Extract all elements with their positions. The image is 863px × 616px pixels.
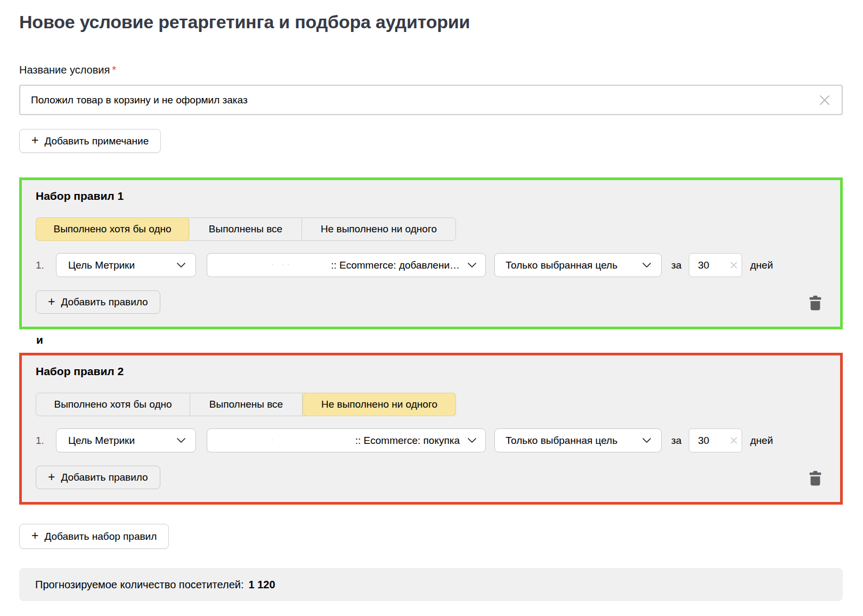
forecast-bar: Прогнозируемое количество посетителей: 1…: [19, 568, 843, 601]
clear-name-button[interactable]: [816, 92, 833, 109]
match-type-value: Только выбранная цель: [506, 260, 617, 271]
forecast-value: 1 120: [249, 579, 275, 591]
add-rule-label: Добавить правило: [61, 296, 148, 308]
trash-icon: [809, 471, 822, 486]
goal-value-select[interactable]: · :: Ecommerce: покупка: [207, 428, 486, 452]
period-suffix-label: дней: [750, 435, 773, 447]
tab-at-least-one[interactable]: Выполнено хотя бы одно: [36, 393, 190, 416]
match-type-select[interactable]: Только выбранная цель: [494, 428, 662, 452]
rule-index: 1.: [36, 260, 52, 271]
forecast-label: Прогнозируемое количество посетителей:: [35, 579, 244, 591]
delete-ruleset-button[interactable]: [806, 293, 824, 312]
ruleset-2-title: Набор правил 2: [36, 365, 124, 378]
delete-ruleset-button[interactable]: [806, 468, 824, 488]
name-input-container: [19, 85, 843, 115]
retargeting-condition-page: Новое условие ретаргетинга и подбора ауд…: [0, 0, 863, 616]
add-ruleset-label: Добавить набор правил: [44, 531, 157, 542]
required-asterisk: *: [112, 64, 116, 76]
plus-icon: +: [48, 470, 55, 484]
period-days-input[interactable]: [689, 260, 717, 271]
clear-days-button[interactable]: [726, 257, 742, 273]
period-prefix-label: за: [671, 435, 681, 447]
trash-icon: [809, 295, 822, 311]
add-rule-button[interactable]: + Добавить правило: [36, 466, 160, 489]
goal-type-value: Цель Метрики: [68, 260, 135, 271]
add-rule-label: Добавить правило: [61, 472, 148, 483]
period-prefix-label: за: [671, 260, 681, 271]
name-label-text: Название условия: [19, 64, 110, 76]
chevron-down-icon: [176, 262, 186, 268]
tab-none[interactable]: Не выполнено ни одного: [303, 393, 456, 416]
goal-type-select[interactable]: Цель Метрики: [56, 253, 196, 277]
match-type-select[interactable]: Только выбранная цель: [494, 253, 662, 277]
chevron-down-icon: [467, 437, 477, 443]
tab-at-least-one[interactable]: Выполнено хотя бы одно: [36, 217, 190, 241]
rule-row: 1. Цель Метрики · :: Ecommerce: покупка …: [36, 428, 826, 452]
period-days-field: [689, 428, 742, 452]
add-ruleset-button[interactable]: + Добавить набор правил: [19, 524, 169, 549]
chevron-down-icon: [467, 262, 477, 268]
period-suffix-label: дней: [750, 260, 773, 271]
ruleset-2-condition-mode-tabs: Выполнено хотя бы одно Выполнены все Не …: [36, 393, 456, 416]
ruleset-1-condition-mode-tabs: Выполнено хотя бы одно Выполнены все Не …: [36, 217, 456, 241]
rule-row: 1. Цель Метрики · ·· :: Ecommerce: добав…: [36, 253, 826, 277]
add-note-button[interactable]: + Добавить примечание: [19, 129, 161, 153]
goal-value-select[interactable]: · ·· :: Ecommerce: добавлени…: [207, 253, 486, 277]
match-type-value: Только выбранная цель: [506, 435, 617, 447]
clear-icon: [729, 261, 738, 270]
add-note-label: Добавить примечание: [44, 135, 149, 147]
ruleset-1-title: Набор правил 1: [36, 190, 124, 202]
goal-type-value: Цель Метрики: [68, 435, 135, 447]
period-days-input[interactable]: [689, 435, 717, 447]
tab-all[interactable]: Выполнены все: [190, 393, 303, 416]
goal-value-text: :: Ecommerce: добавлени…: [331, 260, 460, 271]
and-connector: и: [36, 334, 43, 346]
add-rule-button[interactable]: + Добавить правило: [36, 290, 160, 314]
chevron-down-icon: [176, 437, 186, 443]
plus-icon: +: [48, 295, 55, 309]
tab-all[interactable]: Выполнены все: [190, 218, 302, 240]
clear-icon: [818, 93, 832, 107]
rule-index: 1.: [36, 435, 52, 447]
chevron-down-icon: [642, 262, 652, 268]
name-label: Название условия*: [19, 64, 116, 76]
tab-none[interactable]: Не выполнено ни одного: [302, 218, 455, 240]
page-title: Новое условие ретаргетинга и подбора ауд…: [19, 12, 470, 33]
clear-days-button[interactable]: [726, 433, 742, 449]
plus-icon: +: [31, 529, 38, 543]
chevron-down-icon: [642, 437, 652, 443]
redacted-text: ·: [271, 435, 276, 443]
ruleset-1: Набор правил 1 Выполнено хотя бы одно Вы…: [19, 177, 843, 329]
plus-icon: +: [31, 133, 38, 148]
clear-icon: [729, 436, 738, 445]
goal-type-select[interactable]: Цель Метрики: [56, 428, 196, 452]
ruleset-2: Набор правил 2 Выполнено хотя бы одно Вы…: [19, 353, 843, 505]
goal-value-text: :: Ecommerce: покупка: [355, 435, 460, 447]
period-days-field: [689, 253, 742, 277]
redacted-text: · ··: [271, 260, 293, 268]
name-input[interactable]: [20, 86, 842, 114]
